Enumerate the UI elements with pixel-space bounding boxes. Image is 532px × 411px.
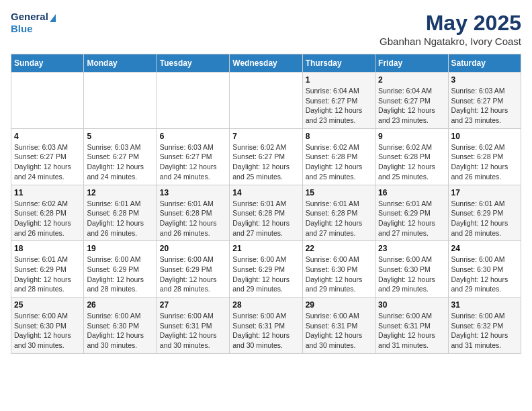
calendar-cell — [230, 73, 302, 129]
day-number: 4 — [14, 132, 81, 141]
day-info: Sunrise: 6:00 AM Sunset: 6:29 PM Dayligh… — [87, 255, 153, 294]
header-day: Wednesday — [230, 54, 302, 73]
day-info: Sunrise: 6:03 AM Sunset: 6:27 PM Dayligh… — [160, 142, 226, 182]
header-day: Sunday — [11, 54, 84, 73]
calendar-cell: 9Sunrise: 6:02 AM Sunset: 6:28 PM Daylig… — [375, 128, 448, 185]
day-number: 13 — [160, 188, 226, 197]
calendar-cell: 20Sunrise: 6:00 AM Sunset: 6:29 PM Dayli… — [157, 241, 229, 298]
header-day: Friday — [375, 54, 448, 73]
calendar-cell: 21Sunrise: 6:00 AM Sunset: 6:29 PM Dayli… — [230, 241, 302, 298]
day-number: 19 — [87, 244, 153, 253]
header-day: Saturday — [448, 54, 521, 73]
header-row: SundayMondayTuesdayWednesdayThursdayFrid… — [11, 54, 521, 73]
day-number: 16 — [378, 188, 445, 197]
day-number: 2 — [378, 75, 445, 85]
day-number: 18 — [14, 244, 81, 253]
day-info: Sunrise: 6:01 AM Sunset: 6:28 PM Dayligh… — [232, 199, 299, 238]
calendar-cell: 26Sunrise: 6:00 AM Sunset: 6:30 PM Dayli… — [84, 298, 157, 354]
day-info: Sunrise: 6:04 AM Sunset: 6:27 PM Dayligh… — [306, 86, 372, 126]
calendar-cell — [84, 73, 157, 129]
day-info: Sunrise: 6:04 AM Sunset: 6:27 PM Dayligh… — [378, 86, 445, 126]
calendar-cell: 18Sunrise: 6:01 AM Sunset: 6:29 PM Dayli… — [11, 241, 84, 298]
day-number: 23 — [378, 244, 445, 253]
calendar-week-row: 18Sunrise: 6:01 AM Sunset: 6:29 PM Dayli… — [11, 241, 521, 298]
header-day: Monday — [84, 54, 157, 73]
day-info: Sunrise: 6:01 AM Sunset: 6:28 PM Dayligh… — [160, 199, 226, 238]
day-number: 3 — [451, 75, 518, 85]
calendar-cell: 3Sunrise: 6:03 AM Sunset: 6:27 PM Daylig… — [448, 73, 521, 129]
day-info: Sunrise: 6:01 AM Sunset: 6:29 PM Dayligh… — [451, 199, 518, 238]
calendar-body: 1Sunrise: 6:04 AM Sunset: 6:27 PM Daylig… — [11, 73, 521, 354]
calendar-cell: 22Sunrise: 6:00 AM Sunset: 6:30 PM Dayli… — [302, 241, 375, 298]
day-info: Sunrise: 6:00 AM Sunset: 6:31 PM Dayligh… — [378, 311, 445, 351]
calendar-cell: 25Sunrise: 6:00 AM Sunset: 6:30 PM Dayli… — [11, 298, 84, 354]
calendar-cell: 31Sunrise: 6:00 AM Sunset: 6:32 PM Dayli… — [448, 298, 521, 354]
day-info: Sunrise: 6:01 AM Sunset: 6:29 PM Dayligh… — [14, 255, 81, 294]
calendar-cell: 14Sunrise: 6:01 AM Sunset: 6:28 PM Dayli… — [230, 185, 302, 241]
day-info: Sunrise: 6:00 AM Sunset: 6:30 PM Dayligh… — [451, 255, 518, 294]
logo: General Blue — [11, 11, 56, 35]
day-info: Sunrise: 6:00 AM Sunset: 6:29 PM Dayligh… — [232, 255, 299, 294]
day-info: Sunrise: 6:00 AM Sunset: 6:30 PM Dayligh… — [378, 255, 445, 294]
calendar-cell: 12Sunrise: 6:01 AM Sunset: 6:28 PM Dayli… — [84, 185, 157, 241]
calendar-week-row: 4Sunrise: 6:03 AM Sunset: 6:27 PM Daylig… — [11, 128, 521, 185]
calendar-cell: 28Sunrise: 6:00 AM Sunset: 6:31 PM Dayli… — [230, 298, 302, 354]
day-number: 6 — [160, 132, 226, 141]
day-number: 22 — [306, 244, 372, 253]
calendar-cell: 5Sunrise: 6:03 AM Sunset: 6:27 PM Daylig… — [84, 128, 157, 185]
calendar-cell — [11, 73, 84, 129]
title-block: May 2025 Gbanhan Ngatakro, Ivory Coast — [380, 11, 521, 47]
day-info: Sunrise: 6:00 AM Sunset: 6:30 PM Dayligh… — [87, 311, 153, 351]
calendar-cell: 6Sunrise: 6:03 AM Sunset: 6:27 PM Daylig… — [157, 128, 229, 185]
day-number: 28 — [232, 300, 299, 310]
day-info: Sunrise: 6:02 AM Sunset: 6:28 PM Dayligh… — [306, 142, 372, 182]
day-info: Sunrise: 6:00 AM Sunset: 6:32 PM Dayligh… — [451, 311, 518, 351]
header-day: Thursday — [302, 54, 375, 73]
day-number: 17 — [451, 188, 518, 197]
day-info: Sunrise: 6:00 AM Sunset: 6:30 PM Dayligh… — [14, 311, 81, 351]
calendar-cell: 16Sunrise: 6:01 AM Sunset: 6:29 PM Dayli… — [375, 185, 448, 241]
calendar-cell: 24Sunrise: 6:00 AM Sunset: 6:30 PM Dayli… — [448, 241, 521, 298]
day-number: 7 — [232, 132, 299, 141]
calendar-header: SundayMondayTuesdayWednesdayThursdayFrid… — [11, 54, 521, 73]
calendar-cell: 7Sunrise: 6:02 AM Sunset: 6:27 PM Daylig… — [230, 128, 302, 185]
day-info: Sunrise: 6:01 AM Sunset: 6:28 PM Dayligh… — [306, 199, 372, 238]
day-number: 29 — [306, 300, 372, 310]
day-number: 30 — [378, 300, 445, 310]
day-number: 15 — [306, 188, 372, 197]
day-number: 8 — [306, 132, 372, 141]
calendar-cell: 29Sunrise: 6:00 AM Sunset: 6:31 PM Dayli… — [302, 298, 375, 354]
day-info: Sunrise: 6:03 AM Sunset: 6:27 PM Dayligh… — [451, 86, 518, 126]
day-info: Sunrise: 6:00 AM Sunset: 6:31 PM Dayligh… — [306, 311, 372, 351]
day-number: 24 — [451, 244, 518, 253]
calendar-cell: 4Sunrise: 6:03 AM Sunset: 6:27 PM Daylig… — [11, 128, 84, 185]
day-number: 25 — [14, 300, 81, 310]
day-info: Sunrise: 6:01 AM Sunset: 6:28 PM Dayligh… — [87, 199, 153, 238]
calendar-cell: 19Sunrise: 6:00 AM Sunset: 6:29 PM Dayli… — [84, 241, 157, 298]
day-info: Sunrise: 6:01 AM Sunset: 6:29 PM Dayligh… — [378, 199, 445, 238]
calendar-cell: 15Sunrise: 6:01 AM Sunset: 6:28 PM Dayli… — [302, 185, 375, 241]
day-info: Sunrise: 6:03 AM Sunset: 6:27 PM Dayligh… — [87, 142, 153, 182]
day-number: 12 — [87, 188, 153, 197]
day-number: 31 — [451, 300, 518, 310]
day-number: 11 — [14, 188, 81, 197]
day-number: 5 — [87, 132, 153, 141]
page-title: May 2025 — [380, 11, 521, 36]
calendar-cell: 30Sunrise: 6:00 AM Sunset: 6:31 PM Dayli… — [375, 298, 448, 354]
day-number: 14 — [232, 188, 299, 197]
day-number: 1 — [306, 75, 372, 85]
day-info: Sunrise: 6:03 AM Sunset: 6:27 PM Dayligh… — [14, 142, 81, 182]
day-info: Sunrise: 6:00 AM Sunset: 6:31 PM Dayligh… — [232, 311, 299, 351]
calendar-week-row: 1Sunrise: 6:04 AM Sunset: 6:27 PM Daylig… — [11, 73, 521, 129]
calendar-cell: 17Sunrise: 6:01 AM Sunset: 6:29 PM Dayli… — [448, 185, 521, 241]
logo-icon — [50, 14, 56, 22]
calendar-table: SundayMondayTuesdayWednesdayThursdayFrid… — [11, 54, 521, 354]
page-header: General Blue May 2025 Gbanhan Ngatakro, … — [11, 11, 521, 47]
page-subtitle: Gbanhan Ngatakro, Ivory Coast — [380, 36, 521, 47]
day-number: 27 — [160, 300, 226, 310]
day-info: Sunrise: 6:00 AM Sunset: 6:30 PM Dayligh… — [306, 255, 372, 294]
day-info: Sunrise: 6:00 AM Sunset: 6:31 PM Dayligh… — [160, 311, 226, 351]
logo-blue: Blue — [11, 23, 33, 34]
day-info: Sunrise: 6:00 AM Sunset: 6:29 PM Dayligh… — [160, 255, 226, 294]
header-day: Tuesday — [157, 54, 229, 73]
